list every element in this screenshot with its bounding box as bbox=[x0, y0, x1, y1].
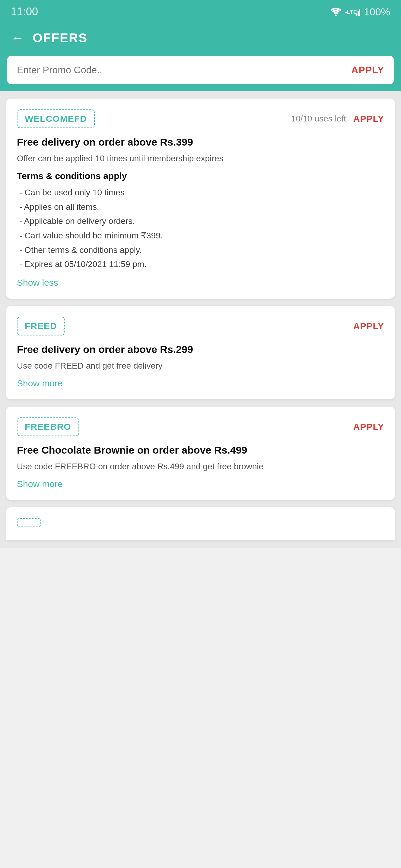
app-header: ← OFFERS bbox=[0, 22, 401, 56]
battery-percentage: 100% bbox=[364, 6, 390, 18]
promo-code-input[interactable] bbox=[17, 64, 351, 76]
offer-description-welcomefd: Offer can be applied 10 times until memb… bbox=[17, 152, 384, 165]
apply-button-welcomefd[interactable]: APPLY bbox=[353, 114, 384, 124]
offer-code-badge-freed: FREED bbox=[17, 317, 65, 336]
offer-code-badge-welcomefd: WELCOMEFD bbox=[17, 110, 95, 128]
page-title: OFFERS bbox=[33, 31, 87, 45]
offer-card-partial bbox=[6, 507, 395, 540]
offer-card-freed: FREED APPLY Free delivery on order above… bbox=[6, 306, 395, 399]
terms-heading-welcomefd: Terms & conditions apply bbox=[17, 171, 384, 181]
term-item: - Applies on all items. bbox=[17, 200, 384, 214]
offers-list: WELCOMEFD 10/10 uses left APPLY Free del… bbox=[0, 91, 401, 548]
apply-button-freebro[interactable]: APPLY bbox=[353, 422, 384, 432]
offer-description-freed: Use code FREED and get free delivery bbox=[17, 360, 384, 372]
offer-card-welcomefd: WELCOMEFD 10/10 uses left APPLY Free del… bbox=[6, 98, 395, 299]
promo-section: APPLY bbox=[0, 56, 401, 91]
offer-card-freebro: FREEBRO APPLY Free Chocolate Brownie on … bbox=[6, 407, 395, 500]
offer-title-welcomefd: Free delivery on order above Rs.399 bbox=[17, 135, 384, 149]
svg-rect-4 bbox=[359, 9, 360, 16]
offer-code-badge-partial bbox=[17, 518, 41, 527]
uses-left-welcomefd: 10/10 uses left bbox=[291, 114, 346, 124]
offer-title-freed: Free delivery on order above Rs.299 bbox=[17, 343, 384, 356]
svg-rect-2 bbox=[356, 13, 357, 16]
svg-point-0 bbox=[335, 14, 337, 16]
term-item: - Can be used only 10 times bbox=[17, 185, 384, 200]
show-more-button-freebro[interactable]: Show more bbox=[17, 479, 63, 489]
offer-card-header-freebro: FREEBRO APPLY bbox=[17, 417, 384, 436]
term-item: - Other terms & conditions apply. bbox=[17, 243, 384, 257]
offer-code-badge-freebro: FREEBRO bbox=[17, 417, 79, 436]
term-item: - Cart value should be minimum ₹399. bbox=[17, 228, 384, 243]
terms-list-welcomefd: - Can be used only 10 times - Applies on… bbox=[17, 185, 384, 272]
offer-meta-welcomefd: 10/10 uses left APPLY bbox=[291, 114, 384, 124]
wifi-icon bbox=[330, 7, 342, 16]
offer-card-header-welcomefd: WELCOMEFD 10/10 uses left APPLY bbox=[17, 110, 384, 128]
status-icons: -LTE 100% bbox=[330, 6, 390, 18]
svg-rect-3 bbox=[357, 11, 359, 16]
offer-card-header-freed: FREED APPLY bbox=[17, 317, 384, 336]
show-less-button-welcomefd[interactable]: Show less bbox=[17, 278, 58, 288]
status-bar: 11:00 -LTE 100% bbox=[0, 0, 401, 22]
back-button[interactable]: ← bbox=[11, 31, 24, 44]
promo-input-container: APPLY bbox=[7, 56, 394, 84]
show-more-button-freed[interactable]: Show more bbox=[17, 378, 63, 389]
offer-title-freebro: Free Chocolate Brownie on order above Rs… bbox=[17, 443, 384, 457]
apply-button-freed[interactable]: APPLY bbox=[353, 321, 384, 331]
signal-icon: -LTE bbox=[345, 7, 360, 16]
term-item: - Expires at 05/10/2021 11:59 pm. bbox=[17, 257, 384, 272]
offer-description-freebro: Use code FREEBRO on order above Rs.499 a… bbox=[17, 460, 384, 473]
svg-text:-LTE: -LTE bbox=[345, 9, 357, 15]
offer-card-header-partial bbox=[17, 518, 384, 527]
promo-apply-button[interactable]: APPLY bbox=[351, 64, 384, 76]
term-item: - Applicable on delivery orders. bbox=[17, 214, 384, 228]
status-time: 11:00 bbox=[11, 5, 38, 18]
